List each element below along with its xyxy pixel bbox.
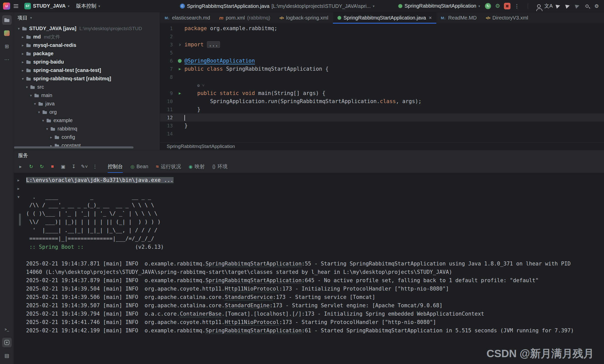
tree-item[interactable]: ▸spring-baidu: [14, 58, 160, 66]
translate-icon[interactable]: 文A: [544, 2, 553, 10]
problems-icon[interactable]: ▤: [2, 351, 12, 360]
code-token: , args);: [396, 98, 421, 104]
services-tab-控制台[interactable]: 控制台: [108, 160, 123, 173]
chevron-down-icon[interactable]: ▾: [24, 85, 30, 89]
services-tab-运行状况[interactable]: ≈运行状况: [156, 160, 181, 173]
tree-item[interactable]: ▸config: [14, 133, 160, 141]
chevron-right-icon[interactable]: ▸: [48, 135, 54, 140]
chevron-right-icon[interactable]: ▸: [20, 68, 26, 73]
tree-item[interactable]: ▾rabbitmq: [14, 125, 160, 133]
export-icon[interactable]: ↧: [70, 164, 77, 169]
tree-item[interactable]: ▸constant: [14, 141, 160, 150]
console-line: /\\ / ___'_ __ _ _(_)_ __ __ _ \ \ \ \: [26, 201, 583, 209]
structure-icon[interactable]: ⊞: [2, 42, 12, 51]
rerun-button[interactable]: ↻: [484, 2, 492, 10]
settings-icon[interactable]: ⚙: [592, 2, 601, 10]
chevron-down-icon[interactable]: ▾: [20, 76, 26, 81]
fold-expanded-icon[interactable]: ▾: [17, 193, 20, 201]
tree-item[interactable]: ▾main: [14, 91, 160, 100]
services-header[interactable]: 服务: [14, 150, 604, 160]
send-icon-3[interactable]: [573, 2, 582, 10]
tree-item[interactable]: ▸mysql-canal-redis: [14, 41, 160, 49]
console-token: SpringRabbitmqStartApplication: [205, 328, 301, 334]
line-number: 12: [160, 113, 175, 122]
chevron-right-icon[interactable]: ▸: [20, 35, 26, 39]
editor-tab[interactable]: mpom.xml (rabbitmq): [215, 12, 275, 24]
gutter-space: [175, 97, 184, 105]
tree-item-label: spring-baidu: [33, 59, 64, 65]
run-config-selector[interactable]: SpringRabbitmqStartApplication ▾: [396, 2, 483, 10]
breadcrumb[interactable]: SpringRabbitmqStartApplication: [160, 142, 604, 150]
code-line: 9▶ public static void main(String[] args…: [160, 89, 604, 97]
search-icon[interactable]: [583, 2, 591, 10]
tree-item[interactable]: ▸spring-canal-test [cana-test]: [14, 66, 160, 74]
thread-dump-icon[interactable]: ▣: [60, 164, 67, 169]
run-gutter-icon[interactable]: ▶: [175, 65, 184, 73]
gutter-space: [175, 24, 184, 32]
tree-item[interactable]: ▾src: [14, 83, 160, 91]
vcs-widget[interactable]: 版本控制 ▾: [73, 2, 103, 10]
editor-tab[interactable]: M↓elasticsearch.md: [160, 12, 215, 24]
chevron-down-icon[interactable]: ▾: [16, 26, 22, 31]
services-tab-Bean[interactable]: ◎Bean: [130, 160, 148, 173]
send-icon-2[interactable]: [563, 2, 572, 10]
stop-icon[interactable]: ■: [49, 164, 56, 169]
editor-code[interactable]: 1package org.example.rabbitmq;23›import …: [160, 24, 604, 142]
stop-button[interactable]: [503, 2, 512, 10]
tree-item[interactable]: ▾org: [14, 108, 160, 116]
spring-gutter-icon[interactable]: [175, 57, 184, 65]
fold-gutter-icon[interactable]: ›: [175, 41, 184, 49]
more-icon-glyph: ⋯: [4, 56, 9, 63]
tree-item[interactable]: ▾spring-rabbitmq-start [rabbitmq]: [14, 74, 160, 83]
console-output[interactable]: L:\envs\oracle\java\jdk-8u371\bin\java.e…: [26, 173, 604, 335]
chevron-down-icon[interactable]: ▾: [28, 93, 34, 98]
edit-config-icon[interactable]: ✎˅: [81, 164, 88, 169]
breadcrumb-item[interactable]: SpringRabbitmqStartApplication: [167, 144, 235, 149]
tree-item[interactable]: ▾java: [14, 100, 160, 108]
green-gear-button[interactable]: ⚙: [493, 2, 502, 10]
services-icon[interactable]: [2, 338, 12, 347]
project-panel-header[interactable]: 项目 ▾: [14, 12, 160, 23]
rerun-icon[interactable]: ↻: [28, 164, 35, 169]
chevron-right-icon[interactable]: ▸: [20, 43, 26, 48]
ai-plugin-icon[interactable]: [2, 28, 12, 38]
editor-tab[interactable]: M↓ReadMe.MD: [436, 12, 481, 24]
file-path-selector[interactable]: C SpringRabbitmqStartApplication.java [L…: [177, 2, 377, 10]
console-line: 2025-02-21 19:14:39.504 [main] INFO org.…: [26, 285, 583, 293]
terminal-icon[interactable]: >_: [2, 324, 12, 334]
editor-tab[interactable]: SpringRabbitmqStartApplication.java×: [333, 12, 436, 24]
menu-icon[interactable]: [12, 2, 20, 10]
folder-icon: [22, 26, 27, 31]
tree-item[interactable]: ▸mdmd文件: [14, 33, 160, 41]
more-actions-icon[interactable]: ⋮: [513, 2, 521, 10]
more-icon[interactable]: ⋯: [2, 55, 12, 64]
tree-item[interactable]: ▸package: [14, 49, 160, 58]
project-icon[interactable]: [2, 15, 12, 25]
project-selector[interactable]: ST STUDY_JAVA ▾: [22, 2, 72, 10]
services-tab-映射[interactable]: ◉映射: [188, 160, 205, 173]
chevron-down-icon[interactable]: ▾: [36, 110, 42, 114]
expand-chevron-icon[interactable]: ▸: [17, 164, 24, 169]
chevron-down-icon[interactable]: ▾: [44, 127, 50, 131]
horizontal-scrollbar[interactable]: [14, 146, 134, 148]
chevron-down-icon[interactable]: ▾: [32, 102, 38, 106]
send-icon[interactable]: [554, 2, 562, 10]
editor-tab[interactable]: </>DirectoryV3.xml: [481, 12, 533, 24]
editor-tab[interactable]: </>logback-spring.xml: [275, 12, 333, 24]
more-icon[interactable]: ⋮: [91, 164, 99, 169]
run-gutter-icon[interactable]: ▶: [175, 89, 184, 97]
chevron-right-icon[interactable]: ▸: [20, 51, 26, 56]
user-icon[interactable]: [535, 2, 543, 10]
code-token: [184, 82, 197, 88]
tree-item[interactable]: ▾STUDY_JAVA [java]L:\my\desktop\projects…: [14, 24, 160, 33]
line-number: 5: [160, 49, 175, 57]
chevron-right-icon[interactable]: ▸: [20, 60, 26, 64]
chevron-down-icon[interactable]: ▾: [40, 118, 46, 123]
tree-item[interactable]: ▾example: [14, 116, 160, 125]
fold-collapsed-icon[interactable]: ▸: [17, 176, 20, 184]
gutter-scroll-thumb[interactable]: [19, 214, 21, 226]
rerun-debug-icon[interactable]: ↻: [38, 164, 45, 169]
services-tab-环境[interactable]: {}环境: [212, 160, 228, 173]
fold-collapsed-icon[interactable]: ▸: [17, 184, 20, 193]
close-icon[interactable]: ×: [429, 15, 432, 21]
